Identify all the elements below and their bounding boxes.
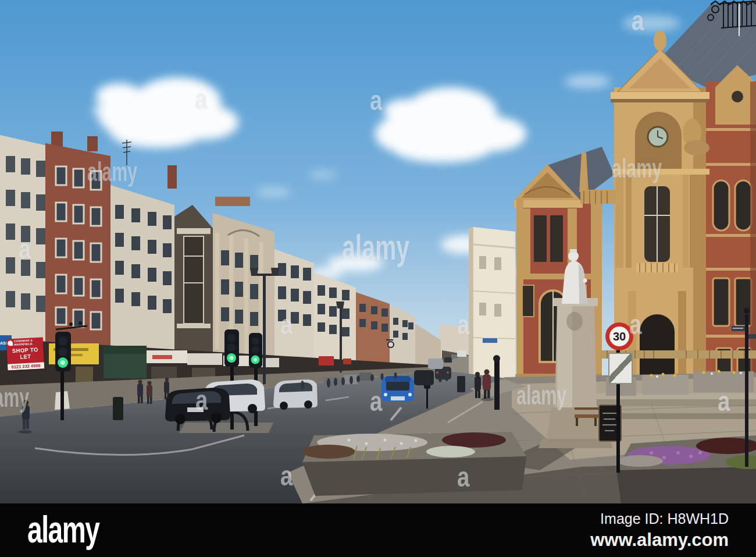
zone-ends-sign (608, 353, 633, 384)
alamy-watermark-center: alamy (342, 229, 409, 265)
parked-car-silver (273, 379, 318, 410)
estate-agent-brand-line2: WAKEFIELD. (14, 342, 33, 346)
alamy-watermark: alamy (0, 384, 29, 411)
alamy-watermark-letter: a (370, 87, 382, 115)
alamy-watermark-letter: a (457, 311, 469, 339)
image-id: Image ID: H8WH1D (590, 510, 729, 527)
blue-car (381, 376, 414, 402)
red-shop-sign (319, 356, 334, 366)
green-shop-sign (104, 346, 147, 354)
litter-bin (113, 397, 123, 420)
red-shop-lettering (152, 355, 172, 359)
alamy-watermark-letter: a (632, 7, 644, 35)
stock-photo-page: ASH CUSHMAN & WAKEFIELD. SHOP TO LET 012… (0, 0, 756, 557)
alamy-watermark-letter: a (280, 311, 293, 339)
traffic-island (179, 423, 273, 433)
alamy-watermark-letter: a (195, 386, 208, 414)
alamy-watermark-letter: a (195, 86, 207, 113)
alamy-footer-bar: alamy Image ID: H8WH1D www.alamy.com (0, 503, 756, 557)
alamy-watermark: alamy (516, 382, 566, 409)
litter-bin (457, 376, 465, 392)
alamy-watermark-letter: a (19, 235, 31, 263)
center-planter (302, 432, 526, 496)
alamy-url: www.alamy.com (590, 530, 729, 551)
speed-limit-value: 30 (613, 330, 626, 343)
right-planter (616, 435, 756, 503)
alamy-watermark-letter: a (370, 388, 382, 416)
finial-statue (654, 30, 666, 51)
alamy-watermark: alamy (612, 155, 662, 182)
pedestal-wreath (566, 312, 583, 331)
alamy-logo: alamy (27, 513, 99, 547)
alamy-watermark-letter: a (457, 463, 469, 491)
street-photo: ASH CUSHMAN & WAKEFIELD. SHOP TO LET 012… (0, 0, 756, 503)
alamy-watermark-letter: a (280, 462, 293, 490)
shop-to-let-sign: CUSHMAN & WAKEFIELD. SHOP TO LET 0121 23… (6, 337, 45, 370)
alamy-watermark: alamy (87, 158, 137, 185)
estate-agent-logo-icon (8, 340, 13, 346)
alamy-watermark-letter: a (629, 311, 641, 339)
bollard (494, 360, 500, 410)
shop-to-let-headline: SHOP TO LET (6, 346, 44, 360)
alamy-watermark-letter: a (718, 388, 730, 416)
street-name-plaque (482, 338, 498, 343)
